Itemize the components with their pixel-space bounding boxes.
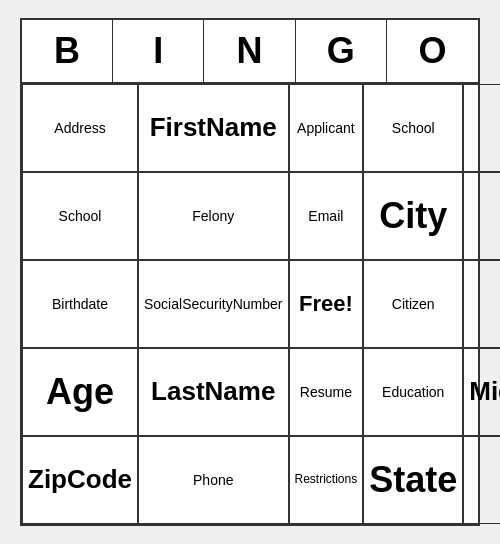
bingo-cell: Address xyxy=(22,84,138,172)
cell-text: Number xyxy=(233,295,283,313)
bingo-cell: Felony xyxy=(138,172,289,260)
cell-text: Citizen xyxy=(392,295,435,313)
bingo-card: BINGO AddressFirstNameApplicantSchoolGra… xyxy=(20,18,480,526)
cell-text: School xyxy=(392,119,435,137)
header-letter: B xyxy=(22,20,113,82)
header-letter: N xyxy=(204,20,295,82)
bingo-cell: Restrictions xyxy=(289,436,364,524)
cell-text: Name xyxy=(206,111,277,145)
bingo-cell: Convicted xyxy=(463,260,500,348)
bingo-cell: Free! xyxy=(289,260,364,348)
cell-text: Education xyxy=(382,383,444,401)
bingo-cell: Graduate xyxy=(463,84,500,172)
cell-text: Phone xyxy=(193,471,233,489)
cell-text: Code xyxy=(67,463,132,497)
cell-text: Address xyxy=(54,119,105,137)
bingo-cell: School xyxy=(22,172,138,260)
cell-text: Name xyxy=(205,375,276,409)
bingo-cell: Mother'sName xyxy=(463,436,500,524)
bingo-cell: Birthdate xyxy=(22,260,138,348)
cell-text: Middle xyxy=(469,375,500,409)
bingo-cell: Email xyxy=(289,172,364,260)
cell-text: Free! xyxy=(299,290,353,319)
header-letter: I xyxy=(113,20,204,82)
bingo-cell: Resume xyxy=(289,348,364,436)
cell-text: City xyxy=(379,193,447,240)
bingo-cell: Age xyxy=(22,348,138,436)
cell-text: Email xyxy=(308,207,343,225)
cell-text: Birthdate xyxy=(52,295,108,313)
bingo-cell: City xyxy=(363,172,463,260)
bingo-cell: LastName xyxy=(138,348,289,436)
bingo-cell: Applicant xyxy=(289,84,364,172)
bingo-cell: MiddleName xyxy=(463,348,500,436)
header-letter: O xyxy=(387,20,478,82)
cell-text: Security xyxy=(182,295,233,313)
bingo-cell: State xyxy=(363,436,463,524)
cell-text: State xyxy=(369,457,457,504)
bingo-cell: SocialSecurityNumber xyxy=(138,260,289,348)
cell-text: School xyxy=(59,207,102,225)
cell-text: Applicant xyxy=(297,119,355,137)
cell-text: First xyxy=(150,111,206,145)
bingo-cell: Citizen xyxy=(363,260,463,348)
bingo-cell: Phone xyxy=(138,436,289,524)
bingo-cell: FirstName xyxy=(138,84,289,172)
cell-text: Restrictions xyxy=(295,472,358,488)
bingo-cell: Allergies xyxy=(463,172,500,260)
bingo-cell: Education xyxy=(363,348,463,436)
cell-text: Social xyxy=(144,295,182,313)
cell-text: Felony xyxy=(192,207,234,225)
cell-text: Age xyxy=(46,369,114,416)
bingo-grid: AddressFirstNameApplicantSchoolGraduateS… xyxy=(22,84,478,524)
bingo-header: BINGO xyxy=(22,20,478,84)
cell-text: Last xyxy=(151,375,204,409)
bingo-cell: ZipCode xyxy=(22,436,138,524)
bingo-cell: School xyxy=(363,84,463,172)
cell-text: Zip xyxy=(28,463,67,497)
header-letter: G xyxy=(296,20,387,82)
cell-text: Resume xyxy=(300,383,352,401)
